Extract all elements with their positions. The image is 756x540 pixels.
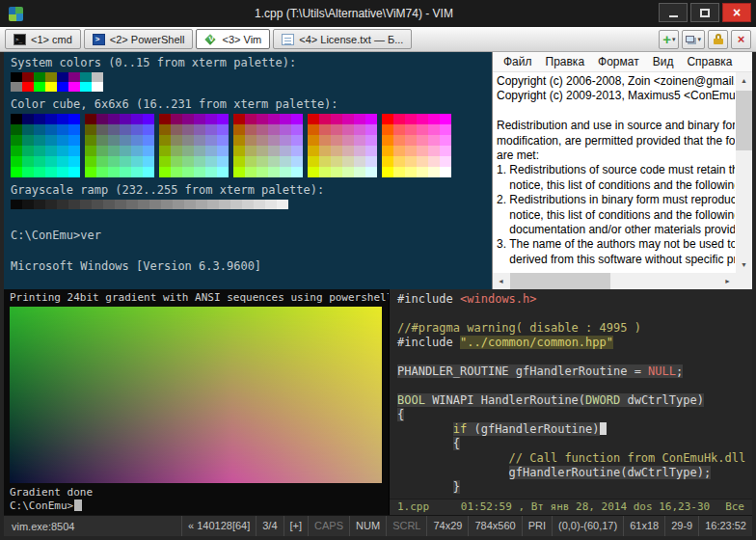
menu-edit[interactable]: Правка [539,55,592,68]
scrollbar-corner [736,273,752,289]
text-cursor [74,500,82,511]
notepad-icon [282,34,294,45]
close-console-button[interactable]: × [731,30,751,49]
gray-swatch [92,200,103,209]
code-line [397,307,752,321]
code-line: { [397,408,752,422]
color-cube-block [85,114,154,177]
horizontal-scrollbar-thumb[interactable] [510,273,610,289]
code-line: gfHandlerRoutine(dwCtrlType); [397,466,752,480]
gray-swatch [138,200,149,209]
grayscale-ramp [11,200,492,209]
lock-button[interactable] [708,30,728,49]
gray-swatch [219,200,230,209]
color-cube-block [11,114,80,177]
vim-pane[interactable]: #include <windows.h> //#pragma warning( … [389,289,752,515]
color-swatch [22,72,34,82]
tab-label: <3> Vim [222,34,261,45]
gray-swatch [103,200,115,209]
color-swatch [22,82,34,92]
code-line: BOOL WINAPI HandlerRoutine(DWORD dwCtrlT… [397,393,752,408]
close-button[interactable]: × [722,3,751,22]
notepad-menubar: Файл Правка Формат Вид Справка [493,52,752,72]
code-line: // Call function from ConEmuHk.dll [397,451,752,466]
status-cell: 756x540 [468,516,521,536]
gray-swatch [149,200,161,209]
notepad-text[interactable]: Copyright (c) 2006-2008, Zoin <zoinen@gm… [497,74,735,272]
gray-swatch [57,200,68,209]
gray-swatch [254,200,265,209]
menu-format[interactable]: Формат [591,55,646,68]
code-line: } [397,480,752,495]
gray-swatch [242,200,254,209]
tab-license[interactable]: <4> License.txt — Б... [273,29,412,49]
caption-buttons: × [659,3,751,22]
tab-cmd[interactable]: <1> cmd [5,29,81,49]
window-icon [686,36,694,42]
vertical-scrollbar-thumb[interactable] [736,91,752,150]
app-icon[interactable] [9,7,23,21]
plus-icon: + [662,32,671,46]
new-console-button[interactable]: + ▾ [659,30,679,49]
titlebar[interactable]: 1.cpp (T:\Utils\Alternative\ViM74) - VIM… [0,0,756,27]
menu-file[interactable]: Файл [497,55,539,68]
color-cube-block [233,114,303,177]
gray-swatch [230,200,242,209]
gray-swatch [11,200,22,209]
gray-swatch [277,200,288,209]
vertical-scrollbar[interactable]: ▲ ▼ [736,72,752,273]
vim-code: #include <windows.h> //#pragma warning( … [397,292,752,495]
code-line: #include "../common/common.hpp" [397,336,752,350]
status-cell: NUM [349,516,386,536]
gray-swatch [126,200,138,209]
window-title: 1.cpp (T:\Utils\Alternative\ViM74) - VIM [58,7,650,20]
tabbar-toolbar: + ▾ ▾ × [659,30,751,49]
color-swatch [11,72,22,82]
notepad-pane: Файл Правка Формат Вид Справка Copyright… [492,52,752,289]
cmd-line-grayscale: Grayscale ramp (232..255 from xterm pale… [11,182,492,198]
maximize-icon [700,9,710,17]
gray-swatch [196,200,207,209]
scroll-up-arrow-icon[interactable]: ▲ [736,72,752,89]
status-cell: PRI [522,516,552,536]
gray-swatch [22,200,34,209]
menu-help[interactable]: Справка [680,55,739,68]
scroll-down-arrow-icon[interactable]: ▼ [736,256,752,273]
vim-status-position: Все [725,500,744,515]
maximize-button[interactable] [690,3,719,22]
cmd-line-system-colors: System colors (0..15 from xterm palette)… [11,55,492,70]
status-cell: 29-9 [664,516,698,536]
scroll-right-arrow-icon[interactable]: ► [719,273,736,289]
window-switch-button[interactable]: ▾ [682,30,705,49]
gray-swatch [68,200,80,209]
status-cell: 61x18 [623,516,664,536]
color-swatch [92,82,103,92]
close-icon: × [738,33,745,45]
horizontal-scrollbar[interactable]: ◄ ► [493,273,736,289]
color-swatch [92,72,103,82]
tab-label: <2> PowerShell [110,34,185,45]
content-area: System colors (0..15 from xterm palette)… [4,52,752,515]
vim-icon [204,34,217,45]
vim-status-info: 01:52:59 , Вт янв 28, 2014 dos 16,23-30 [461,500,710,515]
cmd-pane[interactable]: System colors (0..15 from xterm palette)… [4,52,492,289]
scroll-left-arrow-icon[interactable]: ◄ [493,273,509,289]
status-cell: 16:23:52 [698,516,752,536]
code-line: { [397,437,752,451]
tab-vim[interactable]: <3> Vim [196,29,270,49]
cmd-line-color-cube: Color cube, 6x6x6 (16..231 from xterm pa… [11,96,492,112]
minimize-button[interactable] [659,3,688,22]
code-line: //#pragma warning( disable : 4995 ) [397,321,752,336]
gray-swatch [80,200,92,209]
ansi-gradient [10,307,382,483]
tab-powershell[interactable]: <2> PowerShell [84,29,194,49]
status-cell: 74x29 [426,516,468,536]
gray-swatch [265,200,277,209]
menu-view[interactable]: Вид [646,55,681,68]
powershell-pane[interactable]: Printing 24bit gradient with ANSI sequen… [4,289,389,515]
gray-swatch [115,200,126,209]
process-info[interactable]: vim.exe:8504 [4,521,82,532]
powershell-icon [93,34,105,45]
status-cell: CAPS [308,516,349,536]
status-cell: 3/4 [256,516,283,536]
